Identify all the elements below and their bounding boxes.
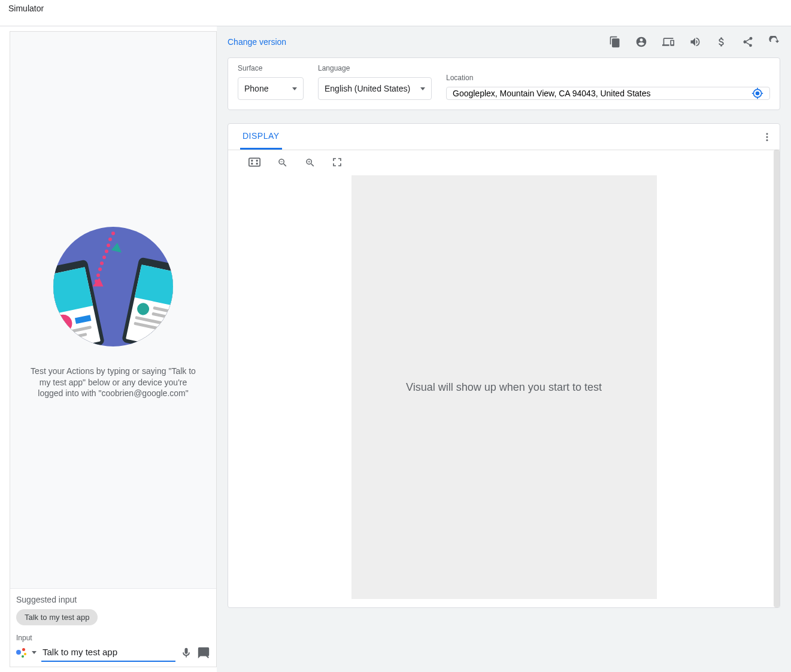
svg-point-11 — [251, 160, 253, 162]
input-footer: Suggested input Talk to my test app Inpu… — [10, 588, 216, 667]
fullscreen-icon[interactable] — [332, 157, 342, 168]
test-settings-card: Surface Phone Language English (United S… — [228, 57, 780, 110]
input-label: Input — [16, 634, 210, 642]
change-version-link[interactable]: Change version — [228, 37, 286, 47]
surface-select[interactable]: Phone — [238, 77, 304, 100]
scrollbar[interactable] — [774, 150, 780, 607]
copy-icon[interactable] — [609, 36, 621, 48]
intro-text: Test your Actions by typing or saying "T… — [29, 366, 197, 400]
location-input-box[interactable] — [446, 87, 770, 100]
svg-rect-10 — [249, 158, 260, 166]
svg-point-7 — [766, 133, 768, 135]
placeholder-text: Visual will show up when you start to te… — [406, 381, 602, 394]
language-label: Language — [318, 64, 432, 72]
right-topbar: Change version — [228, 26, 780, 57]
zoom-in-icon[interactable] — [305, 157, 316, 168]
right-panel: Change version Surface Phone Languag — [217, 26, 791, 672]
svg-point-1 — [756, 92, 759, 95]
refresh-icon[interactable] — [768, 36, 780, 48]
monetization-icon[interactable] — [716, 36, 728, 48]
svg-point-9 — [766, 139, 768, 141]
app-header: Simulator — [0, 0, 791, 26]
page-title: Simulator — [8, 4, 44, 13]
share-icon[interactable] — [742, 36, 754, 48]
location-label: Location — [446, 74, 770, 82]
location-target-icon[interactable] — [751, 87, 763, 99]
phones-illustration — [53, 221, 173, 352]
suggested-input-label: Suggested input — [16, 595, 210, 604]
zoom-out-icon[interactable] — [277, 157, 288, 168]
surface-value: Phone — [244, 84, 268, 93]
intro-area: Test your Actions by typing or saying "T… — [10, 32, 216, 588]
chevron-down-icon — [420, 87, 425, 90]
conversation-panel: Test your Actions by typing or saying "T… — [10, 31, 217, 667]
svg-point-12 — [256, 160, 257, 162]
svg-point-14 — [256, 163, 257, 165]
suggestion-chip[interactable]: Talk to my test app — [16, 609, 98, 625]
voice-off-icon[interactable] — [197, 646, 210, 659]
surface-label: Surface — [238, 64, 304, 72]
fit-screen-icon[interactable] — [248, 157, 260, 168]
chevron-down-icon — [292, 87, 297, 90]
microphone-icon[interactable] — [180, 647, 192, 659]
language-value: English (United States) — [325, 84, 410, 93]
visual-placeholder: Visual will show up when you start to te… — [351, 175, 657, 599]
svg-point-13 — [251, 163, 253, 165]
main-layout: Test your Actions by typing or saying "T… — [0, 26, 791, 672]
display-body: Visual will show up when you start to te… — [228, 175, 780, 607]
more-options-icon[interactable] — [762, 132, 772, 142]
display-tabs: DISPLAY — [228, 124, 780, 150]
input-mode-dropdown-icon[interactable] — [32, 651, 37, 654]
toolbar — [609, 36, 780, 48]
account-icon[interactable] — [635, 36, 647, 48]
language-select[interactable]: English (United States) — [318, 77, 432, 100]
tab-display[interactable]: DISPLAY — [240, 124, 282, 150]
location-input[interactable] — [453, 89, 751, 98]
svg-point-8 — [766, 136, 768, 138]
display-card: DISPLAY Visual will show up when you sta… — [228, 123, 780, 608]
volume-icon[interactable] — [689, 36, 701, 48]
display-toolbar — [228, 150, 780, 175]
assistant-icon[interactable] — [16, 647, 27, 658]
query-input[interactable] — [41, 643, 175, 662]
devices-icon[interactable] — [662, 36, 675, 48]
